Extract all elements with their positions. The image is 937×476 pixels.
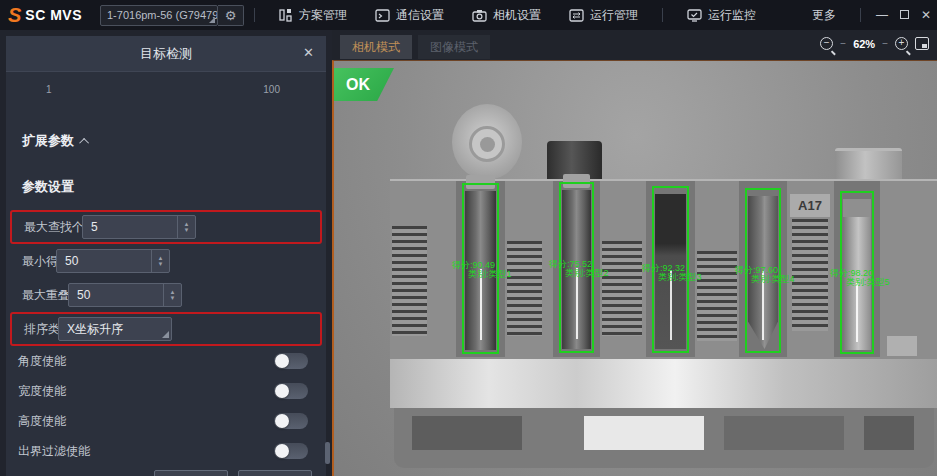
- menu-communication-settings[interactable]: 通信设置: [375, 7, 444, 24]
- slider-range-row: 1 100: [6, 80, 326, 106]
- slider-min-label: 1: [46, 84, 52, 95]
- barcode: [507, 241, 542, 336]
- height-enable-toggle[interactable]: [274, 413, 308, 429]
- spinner-arrows-icon[interactable]: ▲▼: [151, 250, 169, 272]
- gear-icon: ⚙: [225, 8, 237, 23]
- toggle-label: 出界过滤使能: [18, 443, 90, 460]
- solution-icon: [279, 8, 293, 22]
- detection-box: 得分:92.32 类别:类型3: [652, 186, 689, 353]
- more-menu-button[interactable]: 更多: [812, 7, 836, 24]
- rack-position-label: A17: [790, 194, 830, 217]
- toolbar-divider: [254, 8, 255, 22]
- toggle-label: 宽度使能: [18, 383, 66, 400]
- camera-icon: [472, 9, 487, 22]
- toggle-knob: [275, 384, 289, 398]
- param-row-max-overlap: 最大重叠率 50 ▲▼: [10, 278, 322, 312]
- zoom-in-icon[interactable]: +: [895, 37, 908, 50]
- slider-max-label: 100: [263, 84, 280, 95]
- device-settings-button[interactable]: ⚙: [218, 5, 244, 26]
- image-viewer: 相机模式 图像模式 − − 62% − + OK: [332, 30, 937, 476]
- dropdown-value: X坐标升序: [67, 322, 123, 336]
- extended-params-section-header[interactable]: 扩展参数: [6, 132, 326, 150]
- tab-image-mode[interactable]: 图像模式: [418, 35, 490, 59]
- close-window-button[interactable]: ✕: [915, 8, 937, 22]
- min-score-input[interactable]: 50 ▲▼: [56, 249, 170, 273]
- menu-run-management[interactable]: 运行管理: [569, 7, 638, 24]
- app-title: SC MVS: [25, 7, 82, 23]
- detection-box: 得分:97.60 类别:类型4: [745, 188, 781, 353]
- barcode: [792, 219, 828, 331]
- top-bar-right: 更多 — ✕: [812, 7, 937, 24]
- fit-screen-icon[interactable]: [915, 37, 929, 50]
- barcode: [602, 241, 642, 336]
- dialog-title: 目标检测: [140, 45, 192, 63]
- detection-category: 类别:类型2: [565, 269, 609, 278]
- logo-s-icon: S: [8, 4, 21, 27]
- detection-category: 类别:类型4: [751, 275, 795, 284]
- max-overlap-input[interactable]: 50 ▲▼: [68, 283, 182, 307]
- toggle-row-height-enable: 高度使能: [6, 406, 326, 436]
- rack-metal-band: [390, 359, 937, 408]
- spinner-arrows-icon[interactable]: ▲▼: [177, 216, 195, 238]
- params-settings-section-header: 参数设置: [6, 178, 326, 196]
- param-row-max-find-count: 最大查找个数 5 ▲▼: [10, 210, 322, 244]
- toolbar-divider: [662, 8, 663, 22]
- width-enable-toggle[interactable]: [274, 383, 308, 399]
- toggle-knob: [275, 444, 289, 458]
- cancel-button[interactable]: [238, 470, 312, 476]
- detection-category: 类别:类型3: [658, 273, 702, 282]
- device-selector-dropdown[interactable]: 1-7016pm-56 (G79479: [100, 5, 218, 26]
- minimize-button[interactable]: —: [871, 8, 893, 22]
- input-value: 50: [65, 254, 78, 268]
- out-of-bounds-filter-toggle[interactable]: [274, 443, 308, 459]
- menu-label: 运行监控: [708, 7, 756, 24]
- menu-solution-management[interactable]: 方案管理: [279, 7, 347, 24]
- toggle-row-angle-enable: 角度使能: [6, 346, 326, 376]
- rack-rail: [394, 408, 934, 468]
- close-icon[interactable]: ✕: [303, 45, 314, 60]
- spinner-arrows-icon[interactable]: ▲▼: [163, 284, 181, 306]
- app-window: S SC MVS 1-7016pm-56 (G79479 ⚙ 方案管理 通信设置…: [0, 0, 937, 476]
- app-logo: S SC MVS: [8, 4, 100, 27]
- sort-type-dropdown[interactable]: X坐标升序: [58, 317, 172, 341]
- barcode: [392, 226, 427, 336]
- param-row-min-score: 最小得分 50 ▲▼: [10, 244, 322, 278]
- menu-camera-settings[interactable]: 相机设置: [472, 7, 541, 24]
- blank-label: [887, 336, 917, 356]
- section-title: 参数设置: [22, 179, 74, 194]
- tab-camera-mode[interactable]: 相机模式: [340, 35, 412, 59]
- panel-scrollbar[interactable]: [324, 30, 330, 470]
- confirm-button[interactable]: [154, 470, 228, 476]
- viewer-tab-bar: 相机模式 图像模式 − − 62% − +: [332, 30, 937, 60]
- terminal-icon: [375, 9, 390, 22]
- maximize-button[interactable]: [893, 8, 915, 22]
- top-bar: S SC MVS 1-7016pm-56 (G79479 ⚙ 方案管理 通信设置…: [0, 0, 937, 30]
- menu-label: 运行管理: [590, 7, 638, 24]
- input-value: 50: [77, 288, 90, 302]
- max-find-count-input[interactable]: 5 ▲▼: [82, 215, 196, 239]
- monitor-icon: [687, 9, 702, 22]
- toggle-label: 角度使能: [18, 353, 66, 370]
- param-row-sort-type: 排序类型 X坐标升序: [10, 312, 322, 346]
- zoom-level: 62%: [853, 38, 875, 50]
- dialog-header: 目标检测 ✕: [6, 36, 326, 72]
- toggle-label: 高度使能: [18, 413, 66, 430]
- angle-enable-toggle[interactable]: [274, 353, 308, 369]
- open-cap-tube: [452, 104, 522, 186]
- scrollbar-thumb[interactable]: [325, 442, 330, 464]
- maximize-icon: [900, 10, 909, 19]
- section-title: 扩展参数: [22, 132, 74, 150]
- camera-image[interactable]: A17 得分:: [332, 60, 937, 476]
- left-panel-region: 目标检测 ✕ 1 100 扩展参数 参数设置 最大查找个数 5 ▲▼: [0, 30, 332, 476]
- menu-label: 通信设置: [396, 7, 444, 24]
- toolbar-divider: [860, 8, 861, 22]
- detection-category: 类别:类型1: [468, 270, 512, 279]
- input-value: 5: [91, 220, 98, 234]
- detection-category: 类别:类型5: [846, 278, 890, 287]
- toggle-row-out-of-bounds-filter: 出界过滤使能: [6, 436, 326, 466]
- menu-label: 方案管理: [299, 7, 347, 24]
- menu-run-monitoring[interactable]: 运行监控: [687, 7, 756, 24]
- zoom-out-icon[interactable]: −: [820, 37, 833, 50]
- dash-separator: −: [840, 38, 846, 49]
- detection-box: 得分:75.52 类别:类型2: [559, 182, 594, 353]
